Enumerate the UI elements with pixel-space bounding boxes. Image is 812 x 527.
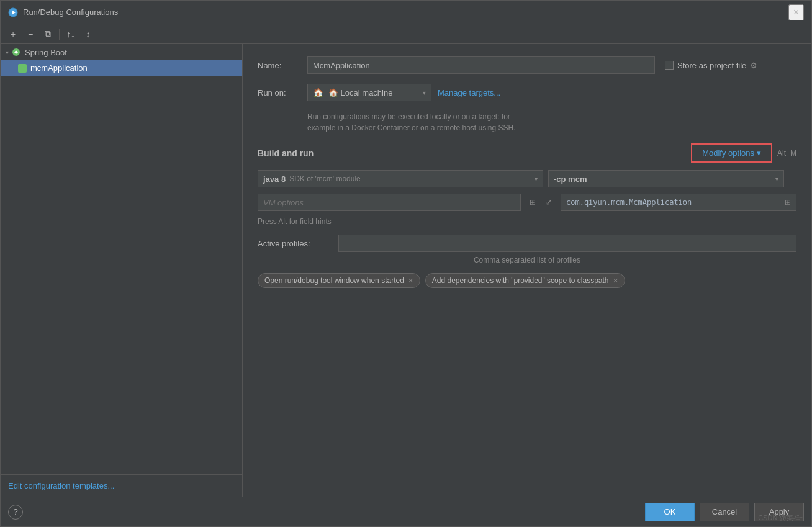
move-config-button[interactable]: ↑↓ xyxy=(63,27,78,42)
title-bar: Run/Debug Configurations × xyxy=(1,1,811,24)
sidebar-group-springboot: ▾ Spring Boot mcmApplication xyxy=(1,44,242,76)
build-run-title: Build and run xyxy=(258,148,314,158)
help-button[interactable]: ? xyxy=(8,505,23,520)
tag-dependencies: Add dependencies with "provided" scope t… xyxy=(425,273,625,288)
sidebar-item-application[interactable]: mcmApplication xyxy=(1,60,242,76)
profiles-input[interactable] xyxy=(338,235,796,252)
cp-label: -cp mcm xyxy=(554,174,587,184)
tag-dependencies-close-icon[interactable]: ✕ xyxy=(613,277,618,285)
edit-templates-link[interactable]: Edit configuration templates... xyxy=(8,481,114,490)
tag-dependencies-label: Add dependencies with "provided" scope t… xyxy=(432,276,609,285)
run-on-area: 🏠 🏠 Local machine ▾ Manage targets... xyxy=(307,84,796,101)
modify-options-arrow-icon: ▾ xyxy=(757,148,761,158)
vm-options-input[interactable] xyxy=(258,194,521,211)
vm-fullscreen-icon[interactable]: ⤢ xyxy=(542,196,556,209)
main-panel: Name: Store as project file ⚙ Run on: 🏠 … xyxy=(243,44,811,497)
vm-row: ⊞ ⤢ com.qiyun.mcm.McmApplication ⊞ xyxy=(258,194,796,211)
sidebar-footer: Edit configuration templates... xyxy=(1,474,242,497)
tags-row: Open run/debug tool window when started … xyxy=(258,273,796,288)
ok-button[interactable]: OK xyxy=(645,503,695,521)
name-label: Name: xyxy=(258,61,307,70)
close-button[interactable]: × xyxy=(788,4,804,20)
sdk-dropdown[interactable]: java 8 SDK of 'mcm' module ▾ xyxy=(258,170,543,187)
run-on-label: Run on: xyxy=(258,88,307,97)
dropdown-arrow-icon: ▾ xyxy=(423,89,426,96)
toolbar-separator xyxy=(59,29,60,40)
sdk-label-sub: SDK of 'mcm' module xyxy=(289,174,361,183)
local-machine-icon: 🏠 xyxy=(313,88,323,97)
name-input[interactable] xyxy=(307,56,655,74)
sidebar-group-label-springboot: Spring Boot xyxy=(25,48,67,57)
profiles-label: Active profiles: xyxy=(258,239,338,248)
main-class-expand-icon[interactable]: ⊞ xyxy=(781,196,795,209)
field-hints-text: Press Alt for field hints xyxy=(258,217,332,226)
run-debug-dialog: Run/Debug Configurations × + − ⧉ ↑↓ ↕ ▾ xyxy=(0,0,812,527)
sidebar: ▾ Spring Boot mcmApplication Edit config… xyxy=(1,44,243,497)
store-checkbox-area: Store as project file ⚙ xyxy=(665,61,757,70)
store-checkbox[interactable] xyxy=(665,61,674,70)
dialog-title: Run/Debug Configurations xyxy=(23,7,788,17)
modify-options-label: Modify options xyxy=(702,148,754,158)
sdk-dropdown-arrow-icon: ▾ xyxy=(535,176,538,182)
build-run-section-header: Build and run Modify options ▾ Alt+M xyxy=(258,143,796,163)
copy-config-button[interactable]: ⧉ xyxy=(40,27,55,42)
sdk-row: java 8 SDK of 'mcm' module ▾ -cp mcm ▾ xyxy=(258,170,796,187)
dialog-icon xyxy=(8,7,18,17)
cp-dropdown[interactable]: -cp mcm ▾ xyxy=(548,170,784,187)
vm-icons: ⊞ ⤢ xyxy=(526,196,556,209)
vm-expand-icon[interactable]: ⊞ xyxy=(526,196,539,209)
tag-run-debug: Open run/debug tool window when started … xyxy=(258,273,420,288)
tag-run-debug-close-icon[interactable]: ✕ xyxy=(408,277,413,285)
spring-boot-icon xyxy=(11,47,21,57)
modify-options-area: Modify options ▾ Alt+M xyxy=(691,143,796,163)
add-config-button[interactable]: + xyxy=(6,27,20,42)
profiles-hint-text: Comma separated list of profiles xyxy=(258,256,796,264)
cancel-button[interactable]: Cancel xyxy=(700,503,749,521)
sort-config-button[interactable]: ↕ xyxy=(81,27,96,42)
sdk-label-main: java 8 xyxy=(263,174,286,184)
main-class-display: com.qiyun.mcm.McmApplication ⊞ xyxy=(561,194,796,211)
keyboard-hint: Alt+M xyxy=(777,149,796,158)
gear-icon[interactable]: ⚙ xyxy=(750,61,757,70)
toolbar: + − ⧉ ↑↓ ↕ xyxy=(1,24,811,44)
remove-config-button[interactable]: − xyxy=(23,27,38,42)
watermark: CSDN @菜祥~ xyxy=(758,513,804,523)
main-class-value: com.qiyun.mcm.McmApplication xyxy=(566,198,692,207)
profiles-row: Active profiles: xyxy=(258,235,796,252)
run-on-info-text: Run configurations may be executed local… xyxy=(307,111,796,133)
name-row: Name: Store as project file ⚙ xyxy=(258,56,796,74)
local-machine-label: 🏠 Local machine xyxy=(328,88,392,97)
info-text-content: Run configurations may be executed local… xyxy=(307,112,516,132)
run-on-row: Run on: 🏠 🏠 Local machine ▾ Manage targe… xyxy=(258,84,796,101)
chevron-down-icon: ▾ xyxy=(6,49,9,56)
field-hints: Press Alt for field hints xyxy=(258,217,796,226)
sidebar-item-label: mcmApplication xyxy=(30,63,88,73)
store-label: Store as project file xyxy=(677,61,746,70)
modify-options-button[interactable]: Modify options ▾ xyxy=(691,143,772,163)
manage-targets-link[interactable]: Manage targets... xyxy=(438,88,500,97)
local-machine-dropdown[interactable]: 🏠 🏠 Local machine ▾ xyxy=(307,84,431,101)
cp-dropdown-arrow-icon: ▾ xyxy=(775,176,778,182)
application-icon xyxy=(18,64,27,73)
content-area: ▾ Spring Boot mcmApplication Edit config… xyxy=(1,44,811,497)
profiles-hint-label: Comma separated list of profiles xyxy=(474,256,580,264)
tag-run-debug-label: Open run/debug tool window when started xyxy=(264,276,404,285)
sidebar-group-header-springboot[interactable]: ▾ Spring Boot xyxy=(1,44,242,60)
bottom-bar: ? OK Cancel Apply xyxy=(1,497,811,526)
